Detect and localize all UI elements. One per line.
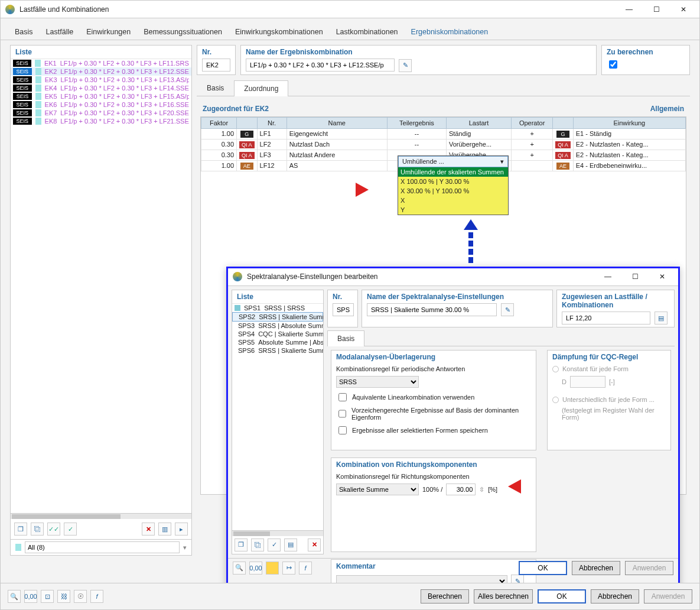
footer-link[interactable]: ⛓ — [57, 590, 70, 603]
inner-close[interactable]: ✕ — [649, 268, 676, 285]
subtab-zuordnung[interactable]: Zuordnung — [234, 80, 288, 96]
ek-text: LF1/p + 0.30 * LF2 + 0.30 * LF3 + LF15.A… — [61, 93, 189, 100]
dir-rule-select[interactable]: Skalierte Summe — [336, 484, 419, 495]
copy-button[interactable]: ⿻ — [31, 523, 44, 536]
sps-row[interactable]: SPS3 SRSS | Absolute Summe — [232, 322, 323, 330]
sps-list[interactable]: SPS1 SRSS | SRSS SPS2 SRSS | Skalierte S… — [232, 304, 323, 530]
inner-tool-a[interactable]: ↦ — [282, 562, 295, 575]
filter-input[interactable] — [25, 541, 180, 553]
subtab-basis[interactable]: Basis — [197, 80, 234, 96]
modal-rule-select[interactable]: SRSS — [336, 376, 419, 388]
comment-title: Kommentar — [331, 560, 536, 573]
tab-basis[interactable]: Basis — [12, 24, 35, 40]
ek-row[interactable]: SEIS EK7 LF1/p + 0.30 * LF2 + 0.30 * LF3… — [11, 109, 191, 117]
dropdown-option[interactable]: X 30.00 % | Y 100.00 % — [398, 186, 508, 196]
minimize-button[interactable]: — — [616, 1, 643, 18]
inner-tool-fx[interactable]: f — [299, 562, 312, 575]
dropdown-option[interactable]: X 100.00 % | Y 30.00 % — [398, 177, 508, 186]
inner-edit-btn[interactable]: ✎ — [501, 303, 514, 316]
ek-row[interactable]: SEIS EK8 LF1/p + 0.30 * LF2 + 0.30 * LF3… — [11, 117, 191, 125]
tab-lastfaelle[interactable]: Lastfälle — [44, 24, 76, 40]
ek-row[interactable]: SEIS EK3 LF1/p + 0.30 * LF2 + 0.30 * LF3… — [11, 76, 191, 84]
calc-button[interactable]: Berechnen — [421, 589, 469, 603]
arrow-button[interactable]: ▸ — [175, 523, 188, 536]
sps-id: SPS5 — [238, 339, 255, 346]
inner-nr-input[interactable] — [333, 303, 354, 316]
sps-scrollbar[interactable] — [232, 530, 323, 536]
inner-name-input[interactable] — [367, 303, 497, 316]
inner-name-label: Name der Spektralanalyse-Einstellungen — [367, 293, 548, 301]
name-input[interactable] — [246, 59, 395, 72]
sps-id: SPS2 — [239, 313, 255, 320]
modal-c3[interactable] — [338, 426, 347, 434]
teilergebnis-dropdown[interactable]: Umhüllende ... ▾ Umhüllende der skaliert… — [398, 155, 509, 215]
tab-einwirkungen[interactable]: Einwirkungen — [84, 24, 133, 40]
ok-button[interactable]: OK — [538, 589, 586, 603]
inner-tool-color[interactable] — [266, 562, 279, 575]
sps-more[interactable]: ▤ — [284, 538, 297, 551]
ek-row[interactable]: SEIS EK1 LF1/p + 0.30 * LF2 + 0.30 * LF3… — [11, 59, 191, 67]
damp-d-input — [570, 376, 605, 388]
close-button[interactable]: ✕ — [670, 1, 697, 18]
tab-einwirkungskombi[interactable]: Einwirkungskombinationen — [233, 24, 325, 40]
allgemein-link[interactable]: Allgemein — [650, 105, 684, 113]
ek-row[interactable]: SEIS EK4 LF1/p + 0.30 * LF2 + 0.30 * LF3… — [11, 84, 191, 92]
inner-tool-num[interactable]: 0,00 — [249, 562, 262, 575]
filter-icon — [15, 544, 21, 551]
seis-badge: SEIS — [13, 93, 32, 100]
inner-minimize[interactable]: — — [594, 268, 621, 285]
dropdown-option[interactable]: Y — [398, 205, 508, 215]
ek-list[interactable]: SEIS EK1 LF1/p + 0.30 * LF2 + 0.30 * LF3… — [11, 59, 191, 513]
calc-all-button[interactable]: Alles berechnen — [474, 589, 533, 603]
sps-row[interactable]: SPS5 Absolute Summe | Absolute — [232, 338, 323, 346]
inner-ok[interactable]: OK — [519, 561, 567, 575]
ek-row[interactable]: SEIS EK5 LF1/p + 0.30 * LF2 + 0.30 * LF3… — [11, 92, 191, 100]
sps-row[interactable]: SPS1 SRSS | SRSS — [232, 304, 323, 312]
inner-cancel[interactable]: Abbrechen — [572, 561, 620, 575]
seis-badge: SEIS — [13, 118, 32, 125]
loadtype-badge: QI A — [239, 152, 255, 159]
inner-maximize[interactable]: ☐ — [621, 268, 649, 285]
footer-units[interactable]: ⊡ — [41, 590, 54, 603]
footer-fx[interactable]: f — [90, 590, 103, 603]
tab-ergebniskombi[interactable]: Ergebniskombinationen — [409, 24, 491, 40]
inner-tab-basis[interactable]: Basis — [327, 330, 364, 346]
uncheck-button[interactable]: ✓ — [64, 523, 77, 536]
check-button[interactable]: ✓✓ — [47, 523, 60, 536]
calc-checkbox[interactable] — [609, 60, 617, 69]
dashed-arrow-icon — [464, 219, 478, 263]
sps-delete[interactable]: ✕ — [308, 538, 321, 551]
sps-row[interactable]: SPS2 SRSS | Skalierte Summe 30.0 — [232, 312, 323, 322]
sps-new[interactable]: ❐ — [235, 538, 248, 551]
maximize-button[interactable]: ☐ — [643, 1, 670, 18]
chevron-down-icon[interactable]: ▾ — [183, 544, 187, 551]
footer-search[interactable]: 🔍 — [8, 590, 21, 603]
sps-row[interactable]: SPS6 SRSS | Skalierte Summe 100. — [232, 346, 323, 355]
ek-row[interactable]: SEIS EK2 LF1/p + 0.30 * LF2 + 0.30 * LF3… — [11, 67, 191, 76]
footer-num[interactable]: 0,00 — [24, 590, 37, 603]
inner-tool-search[interactable]: 🔍 — [233, 562, 246, 575]
tab-lastkombi[interactable]: Lastkombinationen — [334, 24, 401, 40]
sps-check[interactable]: ✓ — [268, 538, 281, 551]
modal-c2[interactable] — [338, 410, 346, 418]
dropdown-option-selected[interactable]: Umhüllende der skalierten Summen — [398, 167, 508, 177]
columns-button[interactable]: ▥ — [158, 523, 171, 536]
modal-c1[interactable] — [338, 393, 347, 401]
cancel-button[interactable]: Abbrechen — [591, 589, 639, 603]
category-icon — [35, 85, 41, 92]
tab-bemessung[interactable]: Bemessungssituationen — [141, 24, 224, 40]
delete-button[interactable]: ✕ — [142, 523, 155, 536]
new-button[interactable]: ❐ — [14, 523, 27, 536]
edit-name-button[interactable]: ✎ — [399, 59, 412, 72]
sps-copy[interactable]: ⿻ — [251, 538, 264, 551]
nr-input[interactable] — [202, 59, 230, 72]
sps-row[interactable]: SPS4 CQC | Skalierte Summe 30.0 — [232, 330, 323, 338]
left-scrollbar[interactable] — [11, 513, 191, 519]
grid-row[interactable]: 1.00 G LF1Eigengewicht--Ständig+ G E1 - … — [201, 128, 686, 139]
inner-assigned-input[interactable] — [562, 312, 650, 325]
sps-text: SRSS | Absolute Summe — [258, 322, 323, 329]
inner-assigned-btn[interactable]: ▤ — [655, 312, 668, 325]
dropdown-option[interactable]: X — [398, 196, 508, 205]
ek-row[interactable]: SEIS EK6 LF1/p + 0.30 * LF2 + 0.30 * LF3… — [11, 100, 191, 109]
grid-row[interactable]: 0.30 QI A LF2Nutzlast Dach--Vorübergehe.… — [201, 139, 686, 150]
